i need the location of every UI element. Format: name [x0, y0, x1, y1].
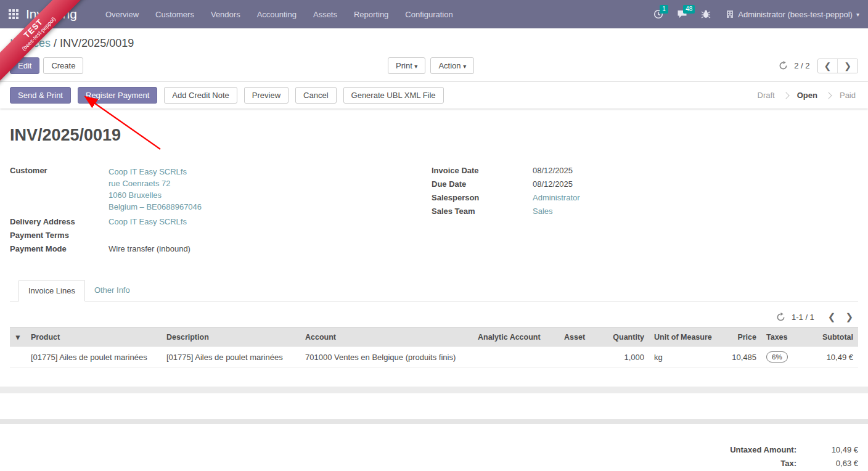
- sales-team-value[interactable]: Sales: [533, 207, 553, 216]
- nav-item-customers[interactable]: Customers: [155, 10, 194, 19]
- activity-count-badge: 1: [660, 5, 668, 14]
- table-header-row: ▾ Product Description Account Analytic A…: [10, 328, 858, 346]
- top-navbar: Invoicing Overview Customers Vendors Acc…: [0, 0, 868, 28]
- control-panel: Edit Create Print ▾ Action ▾ 2 / 2 ❮ ❯: [0, 54, 868, 82]
- company-icon: [726, 10, 734, 18]
- cell-taxes: 6%: [761, 346, 800, 368]
- column-account[interactable]: Account: [300, 328, 473, 346]
- column-toggle-caret-icon[interactable]: ▾: [10, 328, 26, 346]
- refresh-icon[interactable]: [776, 313, 785, 322]
- column-subtotal[interactable]: Subtotal: [800, 328, 858, 346]
- column-asset[interactable]: Asset: [559, 328, 601, 346]
- status-step-draft[interactable]: Draft: [755, 91, 777, 100]
- cancel-button[interactable]: Cancel: [295, 87, 336, 104]
- nav-item-vendors[interactable]: Vendors: [211, 10, 240, 19]
- due-date-label: Due Date: [432, 179, 533, 189]
- chevron-right-icon: [782, 92, 789, 99]
- user-menu[interactable]: Administrator (bees-test-peppol) ▾: [726, 10, 859, 19]
- activity-menu[interactable]: 1: [653, 9, 663, 19]
- messages-menu[interactable]: 48: [677, 9, 687, 19]
- statusbar: Send & Print Register Payment Add Credit…: [0, 82, 868, 109]
- status-pipeline: Draft Open Paid: [755, 91, 858, 100]
- payment-mode-label: Payment Mode: [10, 244, 108, 253]
- nav-item-overview[interactable]: Overview: [105, 10, 139, 19]
- lines-pager-next-button[interactable]: ❯: [840, 311, 858, 322]
- breadcrumb: Invoices / INV/2025/0019: [0, 28, 868, 54]
- bug-icon: [701, 9, 711, 19]
- column-unit-of-measure[interactable]: Unit of Measure: [649, 328, 717, 346]
- tab-invoice-lines[interactable]: Invoice Lines: [18, 280, 85, 301]
- invoice-date-label: Invoice Date: [432, 166, 533, 175]
- salesperson-label: Salesperson: [432, 193, 533, 202]
- nav-item-assets[interactable]: Assets: [313, 10, 337, 19]
- cell-price: 10,485: [717, 346, 761, 368]
- edit-button[interactable]: Edit: [10, 57, 39, 74]
- nav-item-accounting[interactable]: Accounting: [257, 10, 297, 19]
- pager-previous-button[interactable]: ❮: [818, 59, 838, 73]
- cell-account: 701000 Ventes en Belgique (produits fini…: [300, 346, 473, 368]
- cell-quantity: 1,000: [601, 346, 649, 368]
- debug-menu[interactable]: [701, 9, 711, 19]
- invoice-date-value: 08/12/2025: [533, 166, 573, 175]
- cell-uom: kg: [649, 346, 717, 368]
- generate-ubl-button[interactable]: Generate UBL XML File: [343, 87, 444, 104]
- register-payment-button[interactable]: Register Payment: [78, 87, 157, 104]
- delivery-address-label: Delivery Address: [10, 217, 108, 226]
- chevron-down-icon: ▾: [463, 63, 466, 70]
- action-dropdown-button[interactable]: Action ▾: [430, 57, 474, 74]
- status-step-open[interactable]: Open: [795, 91, 820, 100]
- apps-menu-icon[interactable]: [9, 9, 18, 19]
- create-button[interactable]: Create: [43, 57, 83, 74]
- chevron-down-icon: ▾: [856, 11, 859, 18]
- cell-asset: [559, 346, 601, 368]
- notebook-tabs: Invoice Lines Other Info: [10, 280, 858, 301]
- column-analytic-account[interactable]: Analytic Account: [473, 328, 559, 346]
- add-credit-note-button[interactable]: Add Credit Note: [164, 87, 237, 104]
- lines-pager-count: 1-1 / 1: [792, 313, 814, 322]
- separator-band: [0, 419, 868, 424]
- breadcrumb-separator: /: [54, 37, 57, 49]
- invoice-line-row[interactable]: [01775] Ailes de poulet marinées [01775]…: [10, 346, 858, 368]
- delivery-address-value[interactable]: Coop IT Easy SCRLfs: [108, 217, 187, 226]
- status-step-paid[interactable]: Paid: [837, 91, 858, 100]
- lines-pager-previous-button[interactable]: ❮: [823, 311, 841, 322]
- user-name: Administrator (bees-test-peppol): [738, 10, 853, 19]
- app-brand[interactable]: Invoicing: [26, 7, 77, 22]
- nav-item-reporting[interactable]: Reporting: [354, 10, 388, 19]
- breadcrumb-current: INV/2025/0019: [60, 37, 134, 49]
- print-dropdown-button[interactable]: Print ▾: [388, 57, 425, 74]
- cell-subtotal: 10,49 €: [800, 346, 858, 368]
- lines-pager: 1-1 / 1 ❮ ❯: [10, 311, 858, 322]
- column-product[interactable]: Product: [26, 328, 162, 346]
- tax-value: 0,63 €: [806, 459, 858, 468]
- sales-team-label: Sales Team: [432, 207, 533, 216]
- column-description[interactable]: Description: [162, 328, 300, 346]
- column-price[interactable]: Price: [717, 328, 761, 346]
- pager-count: 2 / 2: [794, 61, 809, 70]
- preview-button[interactable]: Preview: [244, 87, 289, 104]
- column-quantity[interactable]: Quantity: [601, 328, 649, 346]
- tab-other-info[interactable]: Other Info: [85, 280, 139, 301]
- cell-description: [01775] Ailes de poulet marinées: [162, 346, 300, 368]
- totals-block: Untaxed Amount: 10,49 € Tax: 0,63 € Tota…: [686, 445, 858, 471]
- refresh-icon[interactable]: [779, 61, 788, 70]
- record-pager: 2 / 2 ❮ ❯: [779, 59, 858, 73]
- cell-product: [01775] Ailes de poulet marinées: [26, 346, 162, 368]
- column-taxes[interactable]: Taxes: [761, 328, 800, 346]
- pager-next-button[interactable]: ❯: [837, 59, 858, 73]
- cell-toggle: [10, 346, 26, 368]
- untaxed-amount-value: 10,49 €: [806, 445, 858, 454]
- nav-item-configuration[interactable]: Configuration: [405, 10, 452, 19]
- invoice-number-title: INV/2025/0019: [10, 126, 858, 145]
- tax-label: Tax:: [686, 459, 806, 468]
- cell-analytic-account: [473, 346, 559, 368]
- tax-badge: 6%: [766, 351, 788, 362]
- customer-value[interactable]: Coop IT Easy SCRLfs rue Coenraets 72 106…: [108, 166, 202, 213]
- chevron-right-icon: [825, 92, 832, 99]
- breadcrumb-parent-link[interactable]: Invoices: [10, 37, 51, 49]
- due-date-value: 08/12/2025: [533, 179, 573, 189]
- payment-terms-label: Payment Terms: [10, 231, 108, 240]
- salesperson-value[interactable]: Administrator: [533, 193, 580, 202]
- form-sheet: INV/2025/0019 Customer Coop IT Easy SCRL…: [0, 126, 868, 471]
- send-print-button[interactable]: Send & Print: [10, 87, 71, 104]
